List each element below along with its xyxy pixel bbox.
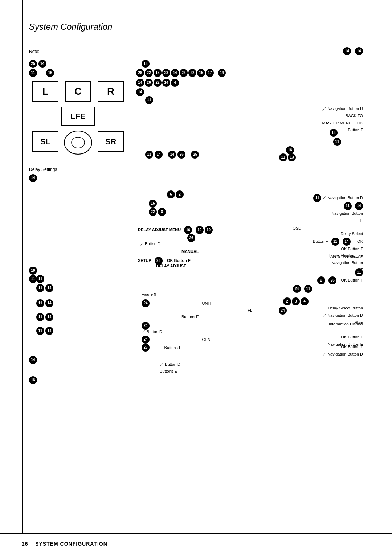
- num-11n: 11: [36, 313, 44, 321]
- num-14c: 14: [38, 60, 46, 68]
- row-26-buttons-e: 26 Buttons E: [142, 344, 181, 352]
- row-24-cen: 24 CEN: [142, 336, 211, 344]
- num-11-right-circ: 11: [333, 138, 341, 146]
- slash-btn-d2: ／ Button D: [142, 329, 162, 335]
- num-19b: 19: [29, 267, 37, 275]
- buttons-e-row1: Buttons E: [181, 315, 199, 319]
- button-num-11-14: Button F 11 14 OK: [313, 238, 363, 246]
- footer: 26 SYSTEM CONFIGURATION: [0, 533, 392, 554]
- ok-btn-f3: OK Button F: [328, 334, 363, 341]
- ok-button-f2: OK Button F: [313, 246, 363, 253]
- num-2-26-ok: 2 26 OK Button F: [317, 276, 363, 284]
- num-4a: 4: [171, 79, 179, 87]
- num-13a: 13: [288, 153, 296, 161]
- delay-settings-label: Delay Settings: [29, 167, 57, 172]
- num-14j: 14: [168, 151, 176, 159]
- nav-btn-d3: ／ Navigation Button D: [322, 312, 363, 319]
- num-24d: 24: [142, 322, 150, 330]
- num-2c: 2: [283, 297, 291, 305]
- num-11-row2: 11: [29, 275, 37, 283]
- mid-18: 18: [142, 60, 150, 68]
- num-14d: 14: [171, 69, 179, 77]
- manual-label: MANUAL: [181, 249, 199, 254]
- num-11-nav-d: 11 ／ Navigation Button D: [313, 194, 363, 202]
- nav-btn-d-label: ／ Navigation Button D: [322, 105, 363, 112]
- num-26c: 26: [145, 79, 153, 87]
- num-11-right: 11: [333, 138, 341, 146]
- num-11g: 11: [331, 238, 339, 246]
- row-11-16: 11 16: [29, 69, 54, 77]
- buttons-e-bottom: Buttons E: [160, 369, 177, 373]
- right-nav-block2: 11 ／ Navigation Button D 11 14 Navigatio…: [313, 194, 363, 225]
- num-26h: 26: [142, 344, 150, 352]
- num-15b: 15: [197, 69, 205, 77]
- num-11j: 11: [36, 284, 44, 292]
- button-f-label: Button F: [322, 127, 363, 134]
- num-19-left: 19: [29, 267, 37, 275]
- num-25a: 25: [29, 60, 37, 68]
- num-18-btm: 18: [29, 376, 37, 384]
- num-14o: 14: [45, 313, 53, 321]
- num-2b: 2: [317, 276, 325, 284]
- num-11o: 11: [36, 327, 44, 335]
- num-16d: 16: [184, 226, 192, 234]
- num-14-bottom: 14: [29, 356, 37, 364]
- speaker-diagram: L C R LFE SL SR: [29, 78, 131, 165]
- delay-adjust-menu: DELAY ADJUST MENU 16 10 19: [138, 226, 213, 234]
- num-26b: 26: [180, 69, 188, 77]
- fl-row: FL 24: [248, 307, 287, 315]
- num-14n: 14: [45, 299, 53, 307]
- row-24-unit: 24 UNIT: [142, 299, 211, 307]
- svg-text:SR: SR: [105, 137, 117, 146]
- num-4b: 4: [301, 297, 309, 305]
- num-22b: 22: [188, 69, 196, 77]
- lower-display-line: Lower Display Line: [329, 252, 363, 259]
- num-14-btm: 14: [29, 356, 37, 364]
- num-15a: 15: [154, 69, 162, 77]
- slash-nav-d4: ／ Navigation Button D: [322, 351, 363, 358]
- num-19a: 19: [205, 226, 213, 234]
- num-26a: 26: [136, 69, 144, 77]
- num-16-right-circ: 16: [286, 146, 294, 154]
- num-22c: 22: [154, 79, 162, 87]
- right-nav-block: ／ Navigation Button D BACK TO MASTER MEN…: [322, 105, 363, 134]
- num-14g: 14: [162, 79, 170, 87]
- back-to-label: BACK TO: [322, 112, 363, 120]
- nav-btn-e: Navigation Button: [313, 210, 363, 217]
- ok-btn-f4: OK Button F: [322, 344, 363, 351]
- nav-btn-label2: Navigation Button: [329, 259, 363, 267]
- left-border: [22, 0, 23, 533]
- num-18a: 18: [142, 60, 150, 68]
- num-14a: 14: [343, 47, 351, 55]
- num-26e: 26: [187, 234, 195, 242]
- right-block3: 11 2 26 OK Button F: [317, 268, 363, 284]
- l-label: L 26: [140, 234, 195, 242]
- delay-adjust-label: DELAY ADJUST: [156, 264, 186, 268]
- slash-btn-d-bottom: ／ Button D: [160, 362, 180, 367]
- num-17a: 17: [206, 69, 214, 77]
- delay-select-label: Delay Select: [313, 230, 363, 238]
- row-22-8: 22 8: [149, 208, 166, 216]
- num-14f: 14: [136, 79, 144, 87]
- num-3a: 3: [292, 297, 300, 305]
- num-11-14: 11 14: [313, 202, 363, 210]
- row-11-14-left: 11 14: [36, 284, 53, 292]
- num-14p: 14: [45, 327, 53, 335]
- num-26g: 26: [328, 276, 336, 284]
- svg-text:SL: SL: [40, 137, 50, 146]
- osd-label: OSD: [293, 226, 301, 230]
- num-24a: 24: [293, 285, 301, 293]
- info-display: Information Display: [329, 322, 363, 326]
- num-11-row1: 11: [36, 275, 44, 283]
- num-24e: 24: [142, 336, 150, 344]
- nav-btn-e-label: E: [313, 217, 363, 225]
- svg-text:C: C: [74, 86, 82, 97]
- row-11-14-left2: 11 14: [36, 299, 53, 307]
- num-8a: 8: [158, 208, 166, 216]
- num-24-11: 24 11: [293, 285, 312, 293]
- num-11-13-right: 11 13: [279, 153, 296, 161]
- num-25b: 25: [191, 151, 199, 159]
- num-6a: 6: [167, 190, 175, 198]
- num-14m: 14: [45, 284, 53, 292]
- num-23a: 23: [162, 69, 170, 77]
